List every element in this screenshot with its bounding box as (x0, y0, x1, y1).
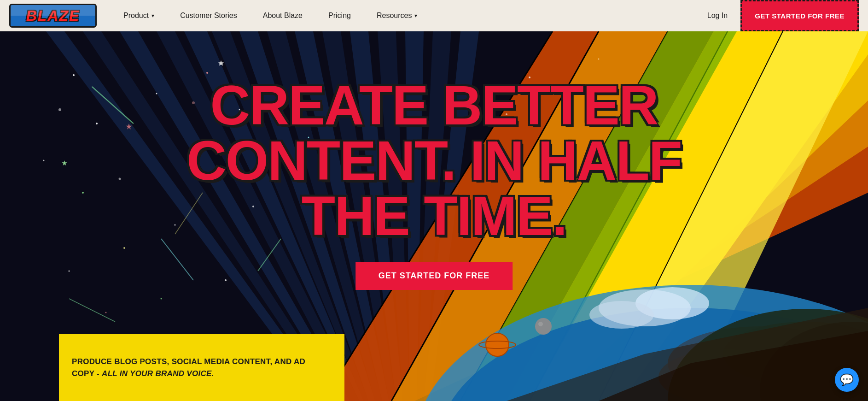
chevron-down-icon-resources: ▾ (414, 12, 417, 19)
nav-links: Product ▾ Customer Stories About Blaze P… (111, 0, 859, 31)
hero-subtitle: PRODUCE BLOG POSTS, SOCIAL MEDIA CONTENT… (72, 356, 332, 379)
nav-item-product[interactable]: Product ▾ (111, 0, 167, 31)
svg-point-69 (535, 318, 552, 335)
svg-point-25 (69, 271, 70, 272)
svg-point-20 (206, 72, 208, 74)
hero-title: CREATE BETTER CONTENT. IN HALF THE TIME. (0, 77, 868, 243)
hero-get-started-button[interactable]: GET STARTED FOR FREE (355, 262, 513, 290)
logo-text: BLAZE (26, 7, 80, 24)
svg-point-76 (598, 59, 600, 60)
hero-subtitle-bold: ALL IN YOUR BRAND VOICE. (102, 369, 214, 378)
svg-point-16 (73, 74, 75, 76)
hero-section: CREATE BETTER CONTENT. IN HALF THE TIME.… (0, 31, 868, 401)
logo[interactable]: BLAZE (9, 4, 97, 28)
svg-point-24 (123, 247, 125, 249)
chat-icon: 💬 (840, 373, 854, 386)
hero-cta-container: GET STARTED FOR FREE (355, 262, 513, 290)
chat-bubble[interactable]: 💬 (835, 368, 859, 392)
svg-point-30 (105, 312, 107, 313)
nav-item-pricing[interactable]: Pricing (315, 0, 364, 31)
svg-point-65 (589, 301, 654, 329)
navbar: BLAZE Product ▾ Customer Stories About B… (0, 0, 868, 31)
bottom-description-box: PRODUCE BLOG POSTS, SOCIAL MEDIA CONTENT… (59, 334, 344, 401)
nav-item-customer-stories[interactable]: Customer Stories (167, 0, 250, 31)
chevron-down-icon: ▾ (151, 12, 154, 19)
get-started-nav-button[interactable]: GET STARTED FOR FREE (740, 0, 859, 31)
svg-point-31 (225, 279, 227, 281)
svg-point-32 (161, 298, 162, 300)
login-button[interactable]: Log In (694, 0, 740, 31)
hero-title-text: CREATE BETTER CONTENT. IN HALF THE TIME. (92, 77, 776, 243)
nav-item-resources[interactable]: Resources ▾ (364, 0, 430, 31)
nav-item-about-blaze[interactable]: About Blaze (250, 0, 315, 31)
svg-point-70 (538, 322, 543, 326)
